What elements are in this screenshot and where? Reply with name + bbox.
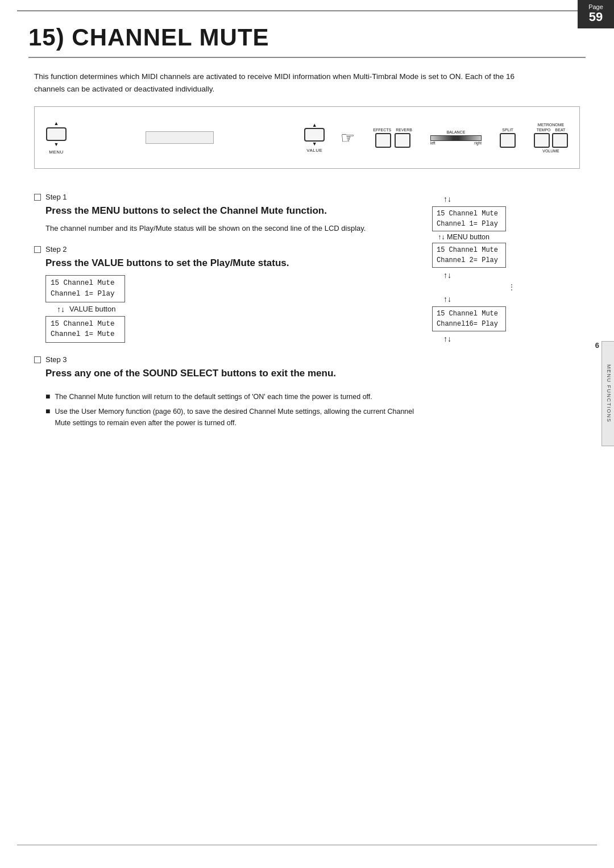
value-updown-sym: ↑↓ bbox=[57, 305, 65, 314]
step2-lcd-top: 15 Channel Mute Channel 1= Play bbox=[45, 275, 125, 302]
side-tab: MENU FUNCTIONS bbox=[601, 341, 614, 446]
step3-label: Step 3 bbox=[45, 355, 67, 364]
value-down-arrow: ▼ bbox=[312, 142, 317, 147]
top-rule bbox=[17, 10, 597, 11]
right-lcd1-line1: 15 Channel Mute bbox=[437, 209, 501, 219]
note-text-1: The Channel Mute function will return to… bbox=[55, 391, 372, 402]
menu-button-label-text: ↑↓ MENU button bbox=[438, 233, 489, 241]
step2-lcd-bottom-line1: 15 Channel Mute bbox=[51, 319, 120, 330]
steps-left: Step 1 Press the MENU buttons to select … bbox=[34, 182, 432, 432]
tempo-buttons bbox=[534, 133, 568, 148]
right-lcd1-line2: Channel 1= Play bbox=[437, 219, 501, 229]
balance-bar bbox=[430, 135, 482, 141]
step2-lcd-bottom: 15 Channel Mute Channel 1= Mute bbox=[45, 316, 125, 343]
beat-label: BEAT bbox=[555, 128, 566, 132]
chapter-title: 15) CHANNEL MUTE bbox=[0, 7, 614, 51]
step1-label: Step 1 bbox=[45, 193, 67, 201]
value-up-arrow: ▲ bbox=[312, 123, 317, 128]
bottom-rule bbox=[17, 845, 597, 845]
right-updown1: ↑↓ bbox=[443, 194, 580, 204]
right-lcd3: 15 Channel Mute Channel16= Play bbox=[432, 306, 506, 331]
note-item-1: ■ The Channel Mute function will return … bbox=[45, 391, 415, 402]
right-updown4-row: ↑↓ bbox=[443, 334, 580, 344]
steps-area: Step 1 Press the MENU buttons to select … bbox=[34, 182, 580, 432]
step3-header: Step 3 bbox=[34, 355, 415, 364]
step2-instruction: Press the VALUE buttons to set the Play/… bbox=[34, 257, 415, 269]
updown-sym-4: ↑↓ bbox=[443, 334, 451, 343]
slider-area bbox=[77, 126, 283, 149]
balance-label: BALANCE bbox=[447, 130, 466, 134]
reverb-button bbox=[395, 133, 410, 148]
right-lcd1: 15 Channel Mute Channel 1= Play bbox=[432, 206, 506, 231]
content-area: This function determines which MIDI chan… bbox=[0, 58, 614, 449]
effects-button bbox=[375, 133, 391, 148]
updown-sym-3: ↑↓ bbox=[443, 294, 451, 304]
step1-instruction: Press the MENU buttons to select the Cha… bbox=[34, 205, 415, 217]
right-lcd2: 15 Channel Mute Channel 2= Play bbox=[432, 243, 506, 268]
step1-header: Step 1 bbox=[34, 193, 415, 201]
step1-checkbox bbox=[34, 194, 41, 201]
piano-diagram: ▲ ▼ MENU ▲ ▼ VALUE ☞ EFFECTS REVERB bbox=[34, 106, 580, 169]
tempo-labels: TEMPO BEAT bbox=[537, 128, 566, 132]
step3-instruction: Press any one of the SOUND SELECT button… bbox=[34, 367, 415, 380]
value-button-label-row: ↑↓ VALUE button bbox=[57, 305, 115, 314]
note-bullet-2: ■ bbox=[45, 406, 50, 429]
right-display-group: ↑↓ 15 Channel Mute Channel 1= Play ↑↓ ME… bbox=[432, 194, 580, 344]
menu-button-label-row: ↑↓ MENU button bbox=[438, 233, 580, 241]
step2-checkbox bbox=[34, 246, 41, 253]
effects-buttons bbox=[375, 133, 410, 148]
split-group: SPLIT bbox=[500, 128, 516, 148]
menu-label: MENU bbox=[49, 149, 64, 155]
step2-lcd-top-line1: 15 Channel Mute bbox=[51, 278, 120, 289]
tempo-group: METRONOME TEMPO BEAT VOLUME bbox=[534, 123, 568, 153]
value-button-text: VALUE button bbox=[69, 305, 115, 313]
split-label: SPLIT bbox=[502, 128, 513, 132]
balance-group: BALANCE left right bbox=[430, 130, 482, 145]
effects-labels: EFFECTS REVERB bbox=[373, 128, 412, 132]
balance-subtext: left right bbox=[430, 141, 482, 145]
updown-sym-1: ↑↓ bbox=[443, 194, 451, 203]
metronome-label: METRONOME bbox=[538, 123, 564, 127]
side-tab-text: MENU FUNCTIONS bbox=[606, 364, 612, 423]
value-label: VALUE bbox=[306, 148, 322, 153]
steps-right: ↑↓ 15 Channel Mute Channel 1= Play ↑↓ ME… bbox=[432, 182, 580, 432]
note-bullet-1: ■ bbox=[45, 391, 50, 402]
right-lcd2-line2: Channel 2= Play bbox=[437, 255, 501, 265]
right-updown3-row: ↑↓ bbox=[443, 294, 580, 304]
balance-right: right bbox=[474, 141, 482, 145]
menu-button-group: ▲ ▼ MENU bbox=[46, 121, 67, 155]
tempo-button bbox=[534, 133, 550, 148]
effects-label: EFFECTS bbox=[373, 128, 391, 132]
effects-group: EFFECTS REVERB bbox=[373, 128, 412, 148]
dots-separator: ⋮ bbox=[443, 283, 580, 292]
right-updown2-row: ↑↓ bbox=[443, 270, 580, 280]
note-item-2: ■ Use the User Memory function (page 60)… bbox=[45, 406, 415, 429]
notes-section: ■ The Channel Mute function will return … bbox=[34, 391, 415, 429]
menu-down-arrow: ▼ bbox=[54, 142, 59, 147]
volume-label: VOLUME bbox=[542, 149, 559, 153]
right-lcd3-line1: 15 Channel Mute bbox=[437, 309, 501, 319]
updown-sym-2: ↑↓ bbox=[443, 271, 451, 280]
step3-checkbox bbox=[34, 356, 41, 363]
right-lcd2-line1: 15 Channel Mute bbox=[437, 245, 501, 255]
beat-button bbox=[552, 133, 568, 148]
step2-lcd-top-line2: Channel 1= Play bbox=[51, 289, 120, 300]
value-button bbox=[304, 128, 325, 142]
step2-lcd-group: 15 Channel Mute Channel 1= Play ↑↓ VALUE… bbox=[45, 275, 415, 343]
side-tab-number: 6 bbox=[595, 341, 599, 350]
balance-left: left bbox=[430, 141, 435, 145]
note-text-2: Use the User Memory function (page 60), … bbox=[55, 406, 415, 429]
step2-header: Step 2 bbox=[34, 245, 415, 254]
hand-cursor-icon: ☞ bbox=[341, 128, 355, 147]
value-button-group: ▲ ▼ VALUE bbox=[304, 123, 325, 153]
intro-paragraph: This function determines which MIDI chan… bbox=[34, 70, 523, 95]
step2-label: Step 2 bbox=[45, 245, 67, 254]
split-button bbox=[500, 133, 516, 148]
step2-lcd-bottom-line2: Channel 1= Mute bbox=[51, 329, 120, 340]
right-lcd3-line2: Channel16= Play bbox=[437, 319, 501, 329]
step1-description: The channel number and its Play/Mute sta… bbox=[34, 223, 415, 235]
menu-up-arrow: ▲ bbox=[54, 121, 59, 126]
page-number: 59 bbox=[578, 10, 614, 24]
page-tab: Page 59 bbox=[578, 0, 614, 28]
menu-button bbox=[46, 127, 67, 141]
